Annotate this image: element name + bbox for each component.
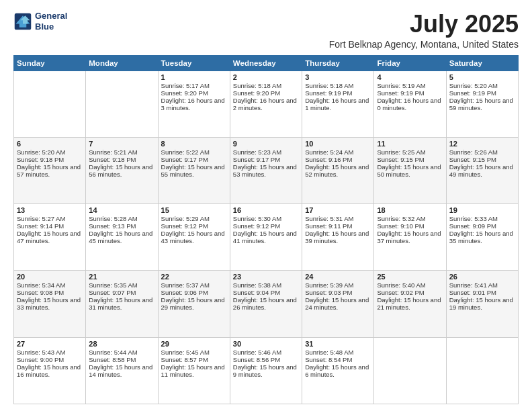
daylight-text: Daylight: 15 hours and 26 minutes.	[233, 296, 299, 311]
day-number: 25	[377, 273, 443, 281]
day-number: 23	[233, 273, 299, 281]
sunset-text: Sunset: 8:56 PM	[233, 356, 299, 363]
day-number: 19	[449, 206, 515, 214]
day-number: 8	[161, 140, 227, 148]
sunrise-text: Sunrise: 5:24 AM	[305, 148, 371, 156]
calendar-cell: 13Sunrise: 5:27 AMSunset: 9:14 PMDayligh…	[14, 204, 86, 271]
calendar-cell: 6Sunrise: 5:20 AMSunset: 9:18 PMDaylight…	[14, 137, 86, 203]
logo: General Blue	[13, 11, 67, 32]
calendar-cell: 27Sunrise: 5:43 AMSunset: 9:00 PMDayligh…	[14, 337, 86, 404]
day-number: 29	[161, 340, 227, 348]
sunrise-text: Sunrise: 5:37 AM	[161, 281, 227, 289]
calendar-cell: 29Sunrise: 5:45 AMSunset: 8:57 PMDayligh…	[158, 337, 230, 404]
sunrise-text: Sunrise: 5:34 AM	[17, 281, 83, 289]
calendar-cell: 22Sunrise: 5:37 AMSunset: 9:06 PMDayligh…	[158, 271, 230, 337]
daylight-text: Daylight: 16 hours and 3 minutes.	[161, 97, 227, 111]
daylight-text: Daylight: 15 hours and 39 minutes.	[305, 230, 371, 244]
calendar-cell: 25Sunrise: 5:40 AMSunset: 9:02 PMDayligh…	[374, 271, 446, 337]
sunrise-text: Sunrise: 5:28 AM	[89, 215, 154, 222]
sunset-text: Sunset: 9:18 PM	[89, 156, 154, 163]
calendar-cell: 26Sunrise: 5:41 AMSunset: 9:01 PMDayligh…	[446, 271, 518, 337]
daylight-text: Daylight: 15 hours and 45 minutes.	[89, 230, 154, 244]
daylight-text: Daylight: 15 hours and 33 minutes.	[17, 296, 83, 311]
calendar-cell: 31Sunrise: 5:48 AMSunset: 8:54 PMDayligh…	[302, 337, 374, 404]
sunset-text: Sunset: 9:06 PM	[161, 289, 227, 296]
sunset-text: Sunset: 9:03 PM	[305, 289, 371, 296]
logo-icon	[13, 12, 32, 31]
calendar-cell: 10Sunrise: 5:24 AMSunset: 9:16 PMDayligh…	[302, 137, 374, 203]
day-number: 4	[377, 73, 443, 81]
daylight-text: Daylight: 15 hours and 43 minutes.	[161, 230, 227, 244]
day-number: 24	[305, 273, 371, 281]
sunset-text: Sunset: 8:54 PM	[305, 356, 371, 363]
daylight-text: Daylight: 16 hours and 1 minute.	[305, 97, 371, 111]
sunset-text: Sunset: 9:13 PM	[89, 222, 154, 230]
sunrise-text: Sunrise: 5:48 AM	[305, 349, 371, 356]
calendar-header-monday: Monday	[86, 55, 158, 71]
day-number: 16	[233, 206, 299, 214]
daylight-text: Daylight: 15 hours and 14 minutes.	[89, 363, 154, 378]
sunrise-text: Sunrise: 5:20 AM	[449, 82, 515, 89]
sunset-text: Sunset: 9:04 PM	[233, 289, 299, 296]
sunrise-text: Sunrise: 5:27 AM	[17, 215, 83, 222]
daylight-text: Daylight: 15 hours and 49 minutes.	[449, 163, 515, 178]
calendar-cell: 20Sunrise: 5:34 AMSunset: 9:08 PMDayligh…	[14, 271, 86, 337]
day-number: 28	[89, 340, 154, 348]
sunset-text: Sunset: 9:20 PM	[161, 89, 227, 97]
calendar-cell: 8Sunrise: 5:22 AMSunset: 9:17 PMDaylight…	[158, 137, 230, 203]
sunset-text: Sunset: 9:08 PM	[17, 289, 83, 296]
daylight-text: Daylight: 16 hours and 0 minutes.	[377, 97, 443, 111]
day-number: 11	[377, 140, 443, 148]
calendar-cell: 5Sunrise: 5:20 AMSunset: 9:19 PMDaylight…	[446, 71, 518, 137]
daylight-text: Daylight: 15 hours and 41 minutes.	[233, 230, 299, 244]
sunset-text: Sunset: 9:16 PM	[305, 156, 371, 163]
day-number: 21	[89, 273, 154, 281]
sunrise-text: Sunrise: 5:18 AM	[305, 82, 371, 89]
calendar-cell: 7Sunrise: 5:21 AMSunset: 9:18 PMDaylight…	[86, 137, 158, 203]
daylight-text: Daylight: 15 hours and 53 minutes.	[233, 163, 299, 178]
calendar-header-sunday: Sunday	[14, 55, 86, 71]
day-number: 18	[377, 206, 443, 214]
calendar-week-row: 13Sunrise: 5:27 AMSunset: 9:14 PMDayligh…	[14, 204, 519, 271]
calendar-cell: 14Sunrise: 5:28 AMSunset: 9:13 PMDayligh…	[86, 204, 158, 271]
sunrise-text: Sunrise: 5:26 AM	[449, 148, 515, 156]
sunrise-text: Sunrise: 5:44 AM	[89, 349, 154, 356]
daylight-text: Daylight: 15 hours and 57 minutes.	[17, 163, 83, 178]
daylight-text: Daylight: 16 hours and 2 minutes.	[233, 97, 299, 111]
daylight-text: Daylight: 15 hours and 6 minutes.	[305, 363, 371, 378]
daylight-text: Daylight: 15 hours and 19 minutes.	[449, 296, 515, 311]
day-number: 6	[17, 140, 83, 148]
sunset-text: Sunset: 9:19 PM	[449, 89, 515, 97]
daylight-text: Daylight: 15 hours and 29 minutes.	[161, 296, 227, 311]
sunrise-text: Sunrise: 5:30 AM	[233, 215, 299, 222]
page: General Blue July 2025 Fort Belknap Agen…	[0, 0, 532, 411]
sunset-text: Sunset: 9:12 PM	[161, 222, 227, 230]
calendar-header-wednesday: Wednesday	[230, 55, 302, 71]
daylight-text: Daylight: 15 hours and 50 minutes.	[377, 163, 443, 178]
calendar-cell	[14, 71, 86, 137]
sunrise-text: Sunrise: 5:40 AM	[377, 281, 443, 289]
sunrise-text: Sunrise: 5:39 AM	[305, 281, 371, 289]
calendar-header-friday: Friday	[374, 55, 446, 71]
calendar-cell: 11Sunrise: 5:25 AMSunset: 9:15 PMDayligh…	[374, 137, 446, 203]
sunrise-text: Sunrise: 5:18 AM	[233, 82, 299, 89]
sunrise-text: Sunrise: 5:38 AM	[233, 281, 299, 289]
day-number: 12	[449, 140, 515, 148]
day-number: 14	[89, 206, 154, 214]
sunset-text: Sunset: 9:02 PM	[377, 289, 443, 296]
calendar-cell: 19Sunrise: 5:33 AMSunset: 9:09 PMDayligh…	[446, 204, 518, 271]
calendar-cell: 15Sunrise: 5:29 AMSunset: 9:12 PMDayligh…	[158, 204, 230, 271]
daylight-text: Daylight: 15 hours and 52 minutes.	[305, 163, 371, 178]
sunrise-text: Sunrise: 5:43 AM	[17, 349, 83, 356]
day-number: 7	[89, 140, 154, 148]
calendar-cell: 12Sunrise: 5:26 AMSunset: 9:15 PMDayligh…	[446, 137, 518, 203]
calendar-cell: 18Sunrise: 5:32 AMSunset: 9:10 PMDayligh…	[374, 204, 446, 271]
sunrise-text: Sunrise: 5:33 AM	[449, 215, 515, 222]
sunset-text: Sunset: 9:11 PM	[305, 222, 371, 230]
sunrise-text: Sunrise: 5:23 AM	[233, 148, 299, 156]
sunrise-text: Sunrise: 5:41 AM	[449, 281, 515, 289]
sunset-text: Sunset: 9:12 PM	[233, 222, 299, 230]
calendar-week-row: 27Sunrise: 5:43 AMSunset: 9:00 PMDayligh…	[14, 337, 519, 404]
daylight-text: Daylight: 15 hours and 11 minutes.	[161, 363, 227, 378]
sunset-text: Sunset: 9:19 PM	[377, 89, 443, 97]
